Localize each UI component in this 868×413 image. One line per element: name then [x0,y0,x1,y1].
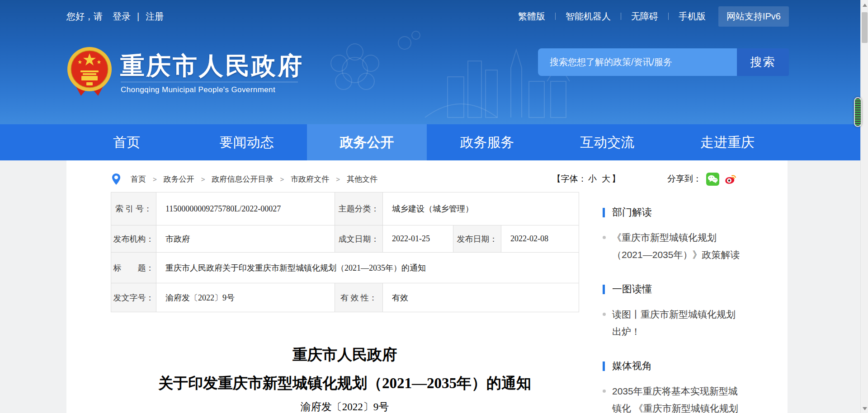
scroll-down-arrow-icon[interactable] [863,407,867,410]
breadcrumb-separator: > [280,175,284,183]
topbar-user-area: 您好，请 登录 | 注册 [66,10,164,23]
document-title: 关于印发重庆市新型城镇化规划（2021—2035年）的通知 [111,373,579,393]
topbar-links: 繁體版 智能机器人 无障碍 手机版 网站支持IPv6 [518,6,789,27]
nav-item-gov-services[interactable]: 政务服务 [427,124,547,160]
breadcrumb-separator: > [336,175,340,183]
sidebar-item[interactable]: 《重庆市新型城镇化规划（2021—2035年）》政策解读 [603,229,744,263]
meta-value-written-date: 2022-01-25 [383,225,453,253]
section-title: 部门解读 [603,206,744,219]
robot-assistant-link[interactable]: 智能机器人 [566,10,611,23]
site-title-english: Chongqing Municipal People's Government [121,85,275,94]
font-smaller-button[interactable]: 小 [588,173,597,185]
site-search: 搜索 [538,48,789,76]
breadcrumb-home[interactable]: 首页 [131,174,146,184]
table-row: 发布机构： 市政府 成文日期： 2022-01-25 发布日期： 2022-02… [111,225,579,253]
section-title-text: 部门解读 [612,206,652,219]
nav-item-interaction[interactable]: 互动交流 [547,124,667,160]
topbar-separator [668,13,669,20]
weibo-share-icon[interactable] [724,173,737,186]
document-meta-table: 索 引 号： 11500000009275780L/2022-00027 主题分… [111,192,579,312]
meta-label-written-date: 成文日期： [335,225,383,253]
search-button[interactable]: 搜索 [737,48,789,76]
accessibility-link[interactable]: 无障碍 [631,10,658,23]
location-pin-icon [112,173,121,185]
title-divider-line [121,82,298,82]
section-accent-bar [603,361,605,371]
document-issuing-org: 重庆市人民政府 [111,345,579,365]
nav-item-news[interactable]: 要闻动态 [187,124,307,160]
section-title: 一图读懂 [603,282,744,296]
nav-inner: 首页 要闻动态 政务公开 政务服务 互动交流 走进重庆 [66,124,788,160]
table-row: 索 引 号： 11500000009275780L/2022-00027 主题分… [111,192,579,225]
reader-progress-widget[interactable] [854,97,862,127]
sidebar-item[interactable]: 2035年重庆将基本实现新型城镇化 《重庆市新型城镇化规划（2021—2035年… [603,383,744,413]
font-size-space [598,174,600,184]
nav-item-home[interactable]: 首页 [66,124,187,160]
scrollbar-thumb[interactable] [862,12,868,43]
meta-label-title: 标 题： [111,253,156,283]
main-nav: 首页 要闻动态 政务公开 政务服务 互动交流 走进重庆 [0,124,868,160]
breadcrumb-info-catalog[interactable]: 政府信息公开目录 [212,174,274,184]
breadcrumb-row: 首页 > 政务公开 > 政府信息公开目录 > 市政府文件 > 其他文件 【字体：… [112,169,737,189]
greeting-text: 您好，请 [66,10,103,23]
sidebar-item-text: 2035年重庆将基本实现新型城镇化 《重庆市新型城镇化规划（2021—2035年… [612,386,738,413]
breadcrumb-other-docs[interactable]: 其他文件 [347,174,377,184]
nav-item-about-chongqing[interactable]: 走进重庆 [667,124,788,160]
document-number: 渝府发〔2022〕9号 [111,400,579,413]
vertical-scrollbar[interactable] [860,0,868,413]
section-accent-bar [603,208,605,217]
national-emblem-logo[interactable] [66,44,113,98]
meta-value-validity: 有效 [383,283,579,312]
topbar-divider: | [137,11,139,22]
sidebar-section-dept-interpretation: 部门解读 《重庆市新型城镇化规划（2021—2035年）》政策解读 [603,206,744,263]
meta-label-index-no: 索 引 号： [111,192,156,225]
meta-value-publish-date: 2022-02-08 [501,225,579,253]
meta-label-issuer: 发布机构： [111,225,156,253]
section-accent-bar [603,285,605,294]
share-label: 分享到： [667,173,702,185]
scroll-up-arrow-icon[interactable] [863,4,867,7]
meta-value-issuer: 市政府 [156,225,335,253]
wechat-share-icon[interactable] [706,173,719,186]
table-row: 发文字号： 渝府发〔2022〕9号 有 效 性： 有效 [111,283,579,312]
bullet-dot-icon [603,313,606,316]
breadcrumb-gov-disclosure[interactable]: 政务公开 [164,174,194,184]
section-title-text: 一图读懂 [612,282,652,296]
login-link[interactable]: 登录 [113,10,131,23]
meta-value-index-no: 11500000009275780L/2022-00027 [156,192,335,225]
nav-item-gov-disclosure[interactable]: 政务公开 [307,124,427,160]
header-decoration-art [312,18,574,124]
bullet-dot-icon [603,236,606,239]
meta-label-validity: 有 效 性： [335,283,383,312]
meta-label-publish-date: 发布日期： [453,225,501,253]
content-card: 首页 > 政务公开 > 政府信息公开目录 > 市政府文件 > 其他文件 【字体：… [66,160,788,413]
traditional-chinese-link[interactable]: 繁體版 [518,10,545,23]
search-input[interactable] [538,48,737,76]
mobile-version-link[interactable]: 手机版 [679,10,706,23]
table-row: 标 题： 重庆市人民政府关于印发重庆市新型城镇化规划（2021—2035年）的通… [111,253,579,283]
sidebar-item-text: 读图丨重庆市新型城镇化规划出炉！ [612,309,736,337]
page: 您好，请 登录 | 注册 繁體版 智能机器人 无障碍 手机版 网站支持IPv6 [0,0,868,413]
breadcrumb-separator: > [201,175,205,183]
breadcrumb-city-gov-docs[interactable]: 市政府文件 [291,174,329,184]
font-larger-button[interactable]: 大 [602,173,610,185]
share-tools: 分享到： [667,173,737,186]
meta-label-topic: 主题分类： [335,192,383,225]
sidebar-item[interactable]: 读图丨重庆市新型城镇化规划出炉！ [603,306,744,340]
meta-value-title: 重庆市人民政府关于印发重庆市新型城镇化规划（2021—2035年）的通知 [156,253,579,283]
topbar-separator [555,13,556,20]
meta-label-doc-no: 发文字号： [111,283,156,312]
topbar: 您好，请 登录 | 注册 繁體版 智能机器人 无障碍 手机版 网站支持IPv6 [66,0,789,33]
site-header: 您好，请 登录 | 注册 繁體版 智能机器人 无障碍 手机版 网站支持IPv6 [0,0,868,124]
sidebar-section-media-view: 媒体视角 2035年重庆将基本实现新型城镇化 《重庆市新型城镇化规划（2021—… [603,359,744,413]
site-title[interactable]: 重庆市人民政府 [120,50,304,83]
breadcrumb-separator: > [153,175,157,183]
section-title-text: 媒体视角 [612,359,652,373]
meta-value-topic: 城乡建设（城乡管理） [383,192,579,225]
page-tools: 【字体： 小 大 】 分享到： [552,173,737,186]
ipv6-badge: 网站支持IPv6 [718,6,789,27]
bullet-dot-icon [603,390,606,393]
register-link[interactable]: 注册 [146,10,164,23]
document-header: 重庆市人民政府 关于印发重庆市新型城镇化规划（2021—2035年）的通知 渝府… [111,312,579,413]
related-sidebar: 部门解读 《重庆市新型城镇化规划（2021—2035年）》政策解读 一图读懂 读… [603,206,744,413]
